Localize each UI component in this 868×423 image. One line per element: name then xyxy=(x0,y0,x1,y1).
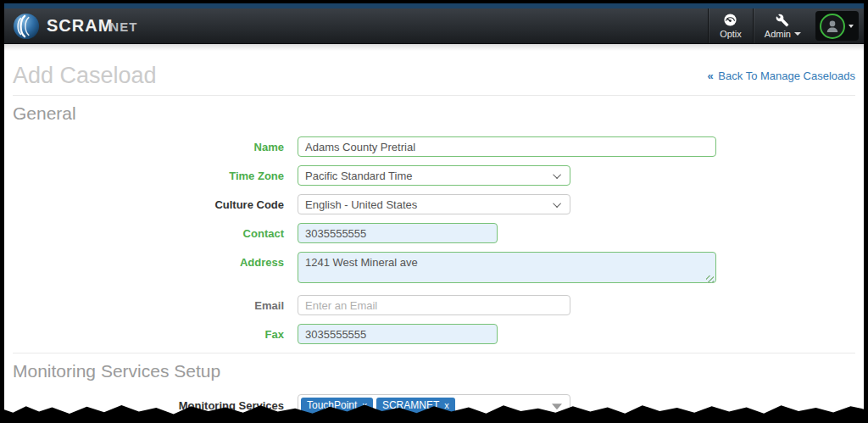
culture-code-label: Culture Code xyxy=(13,198,284,211)
wrench-icon xyxy=(776,14,789,27)
brand-text-scram: SCRAM xyxy=(47,16,113,35)
admin-label: Admin xyxy=(765,29,791,39)
screenshot-frame: SCRAMNET Optix Admin xyxy=(0,0,868,423)
monitoring-section-heading: Monitoring Services Setup xyxy=(13,361,855,381)
scramnet-logo-icon xyxy=(13,13,40,40)
user-menu-caret-icon xyxy=(849,25,854,28)
name-label: Name xyxy=(13,141,284,153)
user-menu[interactable] xyxy=(815,11,859,41)
address-label: Address xyxy=(13,252,284,269)
timezone-select[interactable]: Pacific Standard Time xyxy=(298,165,570,186)
fax-input[interactable] xyxy=(298,324,498,344)
dropdown-caret-icon[interactable] xyxy=(552,404,562,409)
timezone-label: Time Zone xyxy=(13,170,284,182)
nav-item-optix[interactable]: Optix xyxy=(708,8,753,43)
culture-code-selected-value: English - United States xyxy=(305,198,417,211)
contact-label: Contact xyxy=(13,227,284,240)
back-to-manage-caseloads-link[interactable]: « Back To Manage Caseloads xyxy=(708,70,856,82)
chevron-down-icon xyxy=(553,199,561,208)
page-title: Add Caseload xyxy=(13,63,157,89)
email-label: Email xyxy=(13,299,284,312)
brand-logo[interactable]: SCRAMNET xyxy=(4,13,137,40)
section-divider xyxy=(13,353,855,353)
header-nav: Optix Admin xyxy=(708,8,864,43)
culture-code-select[interactable]: English - United States xyxy=(298,194,570,214)
title-divider xyxy=(13,95,855,96)
person-icon xyxy=(824,18,841,35)
gauge-icon xyxy=(723,13,737,27)
header-shadow xyxy=(4,44,864,51)
app-window: SCRAMNET Optix Admin xyxy=(4,3,864,423)
back-chevrons-icon: « xyxy=(708,70,714,82)
chevron-down-icon xyxy=(553,170,561,179)
timezone-selected-value: Pacific Standard Time xyxy=(305,170,412,182)
nav-item-admin[interactable]: Admin xyxy=(753,8,812,43)
general-section-heading: General xyxy=(13,103,855,124)
optix-label: Optix xyxy=(720,29,742,39)
app-header: SCRAMNET Optix Admin xyxy=(4,8,864,44)
resize-grip-icon[interactable] xyxy=(706,276,714,283)
avatar xyxy=(820,14,845,39)
name-input[interactable] xyxy=(298,136,716,157)
address-textarea[interactable]: 1241 West Mineral ave xyxy=(298,252,716,283)
brand-text-net: NET xyxy=(109,19,137,34)
fax-label: Fax xyxy=(13,328,284,341)
admin-caret-icon xyxy=(794,32,801,36)
email-input[interactable] xyxy=(298,295,570,315)
contact-input[interactable] xyxy=(298,223,498,243)
